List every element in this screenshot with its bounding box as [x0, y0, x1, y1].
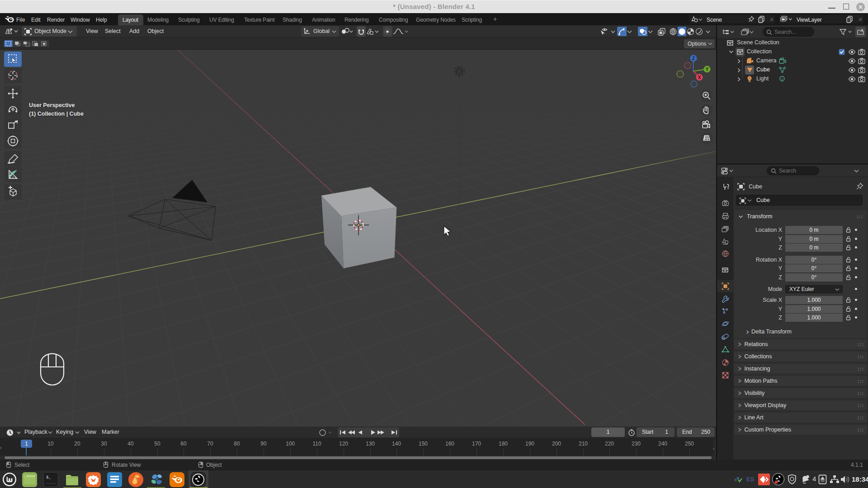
svg-text:Y: Y	[706, 67, 709, 72]
svg-text:X: X	[698, 75, 701, 80]
svg-text:$_: $_	[46, 475, 51, 480]
svg-text:Z: Z	[692, 56, 695, 61]
